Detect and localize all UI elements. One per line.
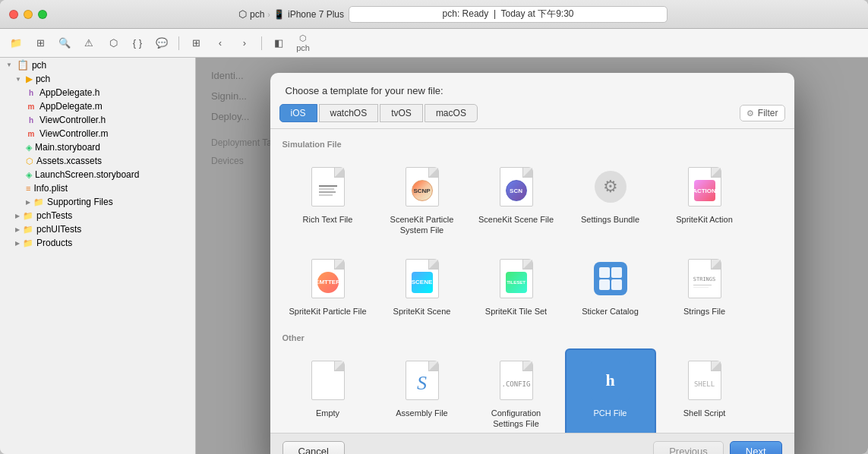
tab-watchos[interactable]: watchOS <box>319 104 379 122</box>
minimize-button[interactable] <box>24 10 33 19</box>
spritekit-particle-icon-area: EMTTER <box>305 256 351 301</box>
breadcrumb-btn[interactable]: ⬡ pch <box>293 35 313 52</box>
folder-button[interactable]: 📁 <box>6 35 26 52</box>
template-spritekit-action[interactable]: ACTION SpriteKit Action <box>659 155 750 244</box>
sidebar-label-pch-group: pch <box>36 74 50 84</box>
sidebar-label-assets: Assets.xcassets <box>36 156 102 166</box>
settings-bundle-icon-area: ⚙ <box>588 164 633 210</box>
panel-left-button[interactable]: ◧ <box>269 35 289 52</box>
sidebar-item-products[interactable]: ▶ 📁 Products <box>0 236 195 250</box>
empty-file-icon <box>311 361 345 400</box>
filter-label: Filter <box>758 108 778 118</box>
tab-tvos[interactable]: tvOS <box>380 104 423 122</box>
template-scenekit-particle[interactable]: SCNP SceneKit Particle System File <box>377 155 468 244</box>
folder-icon-products: 📁 <box>23 238 33 248</box>
template-config-settings[interactable]: .CONFIG Configuration Settings File <box>471 348 562 433</box>
template-sticker-catalog[interactable]: Sticker Catalog <box>565 247 656 324</box>
sidebar-item-info-plist[interactable]: ≡ Info.plist <box>0 181 195 195</box>
sidebar-label-viewcontroller-m: ViewController.m <box>39 128 108 139</box>
previous-button[interactable]: Previous <box>653 441 724 454</box>
filter-area[interactable]: ⚙ Filter <box>740 105 785 121</box>
search-button[interactable]: 🔍 <box>55 35 74 52</box>
spritekit-action-label: SpriteKit Action <box>676 214 733 225</box>
template-scenekit-scene[interactable]: SCN SceneKit Scene File <box>471 155 562 244</box>
sidebar-item-viewcontroller-m[interactable]: m ViewController.m <box>0 127 195 140</box>
template-assembly-file[interactable]: S Assembly File <box>377 348 468 433</box>
config-file-icon-area: .CONFIG <box>494 358 539 403</box>
empty-icon-area <box>305 358 351 403</box>
file-icon-m1: m <box>26 102 36 111</box>
sidebar-label-pch-root: pch <box>32 60 46 71</box>
sidebar-item-main-storyboard[interactable]: ◈ Main.storyboard <box>0 140 195 154</box>
sidebar-item-appdelegate-m[interactable]: m AppDelegate.m <box>0 99 195 113</box>
folder-icon-pch: ▶ <box>26 74 33 84</box>
template-pch-file[interactable]: h PCH File <box>565 348 656 433</box>
template-empty[interactable]: Empty <box>282 348 374 433</box>
sidebar-label-appdelegate-m: AppDelegate.m <box>39 101 103 112</box>
disclosure-pchtests: ▶ <box>15 213 20 219</box>
sidebar: ▼ 📋 pch ▼ ▶ pch h AppDelegate.h m AppDel… <box>0 58 196 454</box>
sidebar-item-pchuitests[interactable]: ▶ 📁 pchUITests <box>0 222 195 236</box>
sidebar-label-products: Products <box>36 238 72 248</box>
titlebar-center: ⬡ pch › 📱 iPhone 7 Plus <box>47 6 859 23</box>
next-button[interactable]: Next <box>730 441 782 454</box>
spritekit-tileset-label: SpriteKit Tile Set <box>485 306 547 317</box>
dialog-footer: Cancel Previous Next <box>270 433 794 454</box>
chat-button[interactable]: 💬 <box>152 35 172 52</box>
folder-icon-pchtests: 📁 <box>23 211 33 221</box>
back-button[interactable]: ‹ <box>210 35 230 52</box>
spritekit-action-icon-area: ACTION <box>682 164 728 210</box>
sticker-catalog-icon-area <box>588 256 633 301</box>
template-shell-script[interactable]: SHELL Shell Script <box>659 348 750 433</box>
new-file-dialog: Choose a template for your new file: iOS… <box>270 73 794 454</box>
sidebar-label-pchuitests: pchUITests <box>36 224 81 235</box>
template-spritekit-tileset[interactable]: TILESET SpriteKit Tile Set <box>471 247 562 324</box>
bookmark-button[interactable]: ⬡ <box>103 35 123 52</box>
dialog-overlay: Choose a template for your new file: iOS… <box>196 58 868 454</box>
tab-macos[interactable]: macOS <box>425 104 478 122</box>
sidebar-item-pchtests[interactable]: ▶ 📁 pchTests <box>0 209 195 222</box>
spritekit-action-file-icon: ACTION <box>688 167 721 207</box>
add-button[interactable]: ⊞ <box>30 35 50 52</box>
pch-file-icon-area: h <box>588 358 633 403</box>
zoom-button[interactable] <box>38 10 47 19</box>
grid-button[interactable]: ⊞ <box>186 35 206 52</box>
sidebar-item-viewcontroller-h[interactable]: h ViewController.h <box>0 113 195 127</box>
template-settings-bundle[interactable]: ⚙ Settings Bundle <box>565 155 656 244</box>
folder-icon-pchuitests: 📁 <box>23 225 33 235</box>
sticker-catalog-label: Sticker Catalog <box>582 306 639 317</box>
cancel-button[interactable]: Cancel <box>282 441 345 454</box>
warning-button[interactable]: ⚠ <box>79 35 99 52</box>
forward-button[interactable]: › <box>235 35 254 52</box>
template-rich-text[interactable]: Rich Text File <box>282 155 374 244</box>
assembly-file-label: Assembly File <box>396 408 447 418</box>
rich-text-label: Rich Text File <box>303 214 353 225</box>
strings-file-icon-area: STRINGS <box>682 256 728 301</box>
close-button[interactable] <box>9 10 18 19</box>
toolbar-separator-2 <box>261 36 262 50</box>
template-strings-file[interactable]: STRINGS Strings File <box>659 247 750 324</box>
app-name: ⬡ pch › 📱 iPhone 7 Plus <box>238 8 344 20</box>
toolbar: 📁 ⊞ 🔍 ⚠ ⬡ { } 💬 ⊞ ‹ › ◧ ⬡ pch <box>0 29 868 58</box>
code-button[interactable]: { } <box>128 35 147 52</box>
other-grid: Empty S Assembly File <box>282 348 782 433</box>
sidebar-item-assets[interactable]: ⬡ Assets.xcassets <box>0 154 195 168</box>
disclosure-pch-group: ▼ <box>15 76 21 83</box>
sidebar-label-pchtests: pchTests <box>36 210 72 221</box>
pch-file-label: PCH File <box>593 408 627 418</box>
sidebar-item-appdelegate-h[interactable]: h AppDelegate.h <box>0 86 195 99</box>
project-icon: 📋 <box>17 59 29 71</box>
sidebar-item-pch-group[interactable]: ▼ ▶ pch <box>0 72 195 86</box>
tab-ios[interactable]: iOS <box>279 104 317 122</box>
template-spritekit-particle[interactable]: EMTTER SpriteKit Particle File <box>282 247 374 324</box>
spritekit-scene-icon: SCENE <box>406 259 439 298</box>
main-window: ⬡ pch › 📱 iPhone 7 Plus 📁 ⊞ 🔍 ⚠ ⬡ { } 💬 … <box>0 0 868 454</box>
sidebar-item-supporting-files[interactable]: ▶ 📁 Supporting Files <box>0 195 195 209</box>
sidebar-item-pch-root[interactable]: ▼ 📋 pch <box>0 58 195 72</box>
assembly-file-icon-area: S <box>399 358 445 403</box>
sidebar-item-launchscreen[interactable]: ◈ LaunchScreen.storyboard <box>0 168 195 181</box>
template-grid-container: Simulation File <box>270 129 794 433</box>
template-spritekit-scene[interactable]: SCENE SpriteKit Scene <box>377 247 468 324</box>
toolbar-separator-1 <box>178 36 179 50</box>
pch-file-icon: h <box>591 361 630 400</box>
